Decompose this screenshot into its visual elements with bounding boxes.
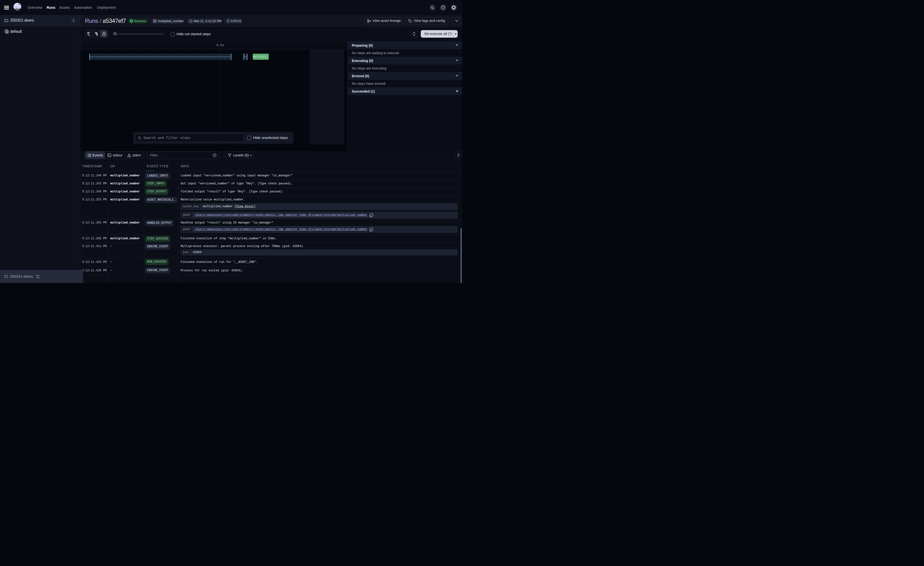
svg-text:?: ? <box>442 6 444 9</box>
